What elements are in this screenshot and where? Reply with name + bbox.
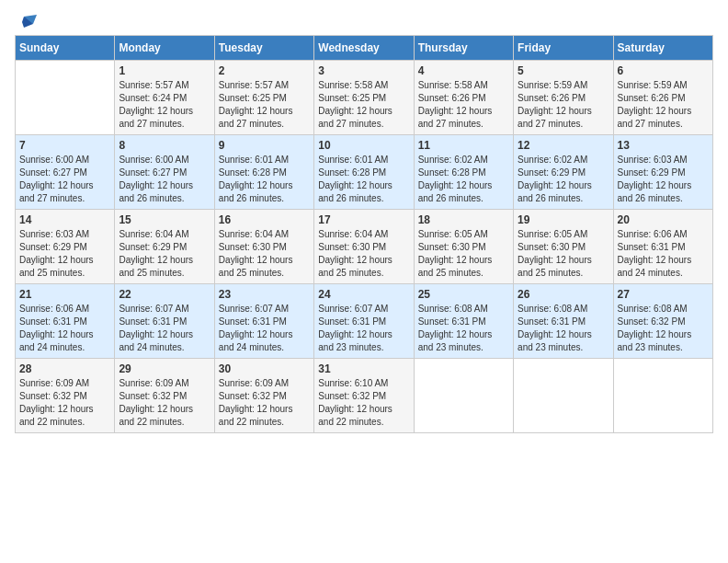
day-number: 29 <box>119 362 210 375</box>
calendar-day-cell: 5Sunrise: 5:59 AMSunset: 6:26 PMDaylight… <box>514 61 613 135</box>
day-number: 25 <box>418 288 509 301</box>
day-number: 31 <box>318 362 409 375</box>
day-number: 30 <box>219 362 310 375</box>
day-info: Sunrise: 6:06 AMSunset: 6:31 PMDaylight:… <box>618 228 709 280</box>
day-info: Sunrise: 5:57 AMSunset: 6:24 PMDaylight:… <box>119 79 210 131</box>
day-info: Sunrise: 6:02 AMSunset: 6:28 PMDaylight:… <box>418 154 509 205</box>
day-number: 2 <box>219 64 310 77</box>
calendar-day-cell: 14Sunrise: 6:03 AMSunset: 6:29 PMDayligh… <box>16 210 115 284</box>
calendar-day-cell: 9Sunrise: 6:01 AMSunset: 6:28 PMDaylight… <box>214 135 313 210</box>
day-number: 14 <box>19 213 110 226</box>
day-number: 16 <box>219 213 310 226</box>
day-number: 8 <box>119 139 210 152</box>
day-number: 27 <box>618 288 709 301</box>
day-number: 15 <box>119 213 210 226</box>
day-info: Sunrise: 6:09 AMSunset: 6:32 PMDaylight:… <box>19 377 110 429</box>
day-info: Sunrise: 6:04 AMSunset: 6:29 PMDaylight:… <box>119 228 210 280</box>
calendar-week-row: 28Sunrise: 6:09 AMSunset: 6:32 PMDayligh… <box>16 359 713 433</box>
day-info: Sunrise: 6:00 AMSunset: 6:27 PMDaylight:… <box>19 154 110 205</box>
weekday-header: Monday <box>115 36 214 61</box>
day-info: Sunrise: 6:08 AMSunset: 6:31 PMDaylight:… <box>518 303 609 354</box>
day-info: Sunrise: 5:59 AMSunset: 6:26 PMDaylight:… <box>618 79 709 131</box>
day-number: 17 <box>318 213 409 226</box>
calendar-day-cell: 6Sunrise: 5:59 AMSunset: 6:26 PMDaylight… <box>613 61 712 135</box>
calendar-day-cell: 8Sunrise: 6:00 AMSunset: 6:27 PMDaylight… <box>115 135 214 210</box>
day-number: 23 <box>219 288 310 301</box>
day-info: Sunrise: 6:05 AMSunset: 6:30 PMDaylight:… <box>518 228 609 280</box>
calendar-day-cell: 10Sunrise: 6:01 AMSunset: 6:28 PMDayligh… <box>314 135 414 210</box>
calendar-day-cell: 23Sunrise: 6:07 AMSunset: 6:31 PMDayligh… <box>214 284 313 359</box>
day-info: Sunrise: 5:59 AMSunset: 6:26 PMDaylight:… <box>518 79 609 131</box>
calendar-day-cell <box>16 61 115 135</box>
day-info: Sunrise: 6:01 AMSunset: 6:28 PMDaylight:… <box>219 154 310 205</box>
day-number: 3 <box>318 64 409 77</box>
logo-bird-icon <box>17 15 37 31</box>
header <box>15 15 713 28</box>
calendar-day-cell: 11Sunrise: 6:02 AMSunset: 6:28 PMDayligh… <box>414 135 513 210</box>
calendar-day-cell: 31Sunrise: 6:10 AMSunset: 6:32 PMDayligh… <box>314 359 414 433</box>
day-number: 24 <box>318 288 409 301</box>
day-info: Sunrise: 6:07 AMSunset: 6:31 PMDaylight:… <box>318 303 409 354</box>
day-number: 6 <box>618 64 709 77</box>
calendar-week-row: 7Sunrise: 6:00 AMSunset: 6:27 PMDaylight… <box>16 135 713 210</box>
weekday-header: Tuesday <box>214 36 313 61</box>
day-info: Sunrise: 6:03 AMSunset: 6:29 PMDaylight:… <box>618 154 709 205</box>
calendar-day-cell: 4Sunrise: 5:58 AMSunset: 6:26 PMDaylight… <box>414 61 513 135</box>
calendar-day-cell: 1Sunrise: 5:57 AMSunset: 6:24 PMDaylight… <box>115 61 214 135</box>
day-number: 10 <box>318 139 409 152</box>
calendar-week-row: 21Sunrise: 6:06 AMSunset: 6:31 PMDayligh… <box>16 284 713 359</box>
calendar-day-cell <box>414 359 513 433</box>
calendar-day-cell: 24Sunrise: 6:07 AMSunset: 6:31 PMDayligh… <box>314 284 414 359</box>
calendar-day-cell <box>613 359 712 433</box>
weekday-header: Sunday <box>16 36 115 61</box>
day-number: 26 <box>518 288 609 301</box>
calendar-day-cell: 19Sunrise: 6:05 AMSunset: 6:30 PMDayligh… <box>514 210 613 284</box>
calendar-day-cell: 18Sunrise: 6:05 AMSunset: 6:30 PMDayligh… <box>414 210 513 284</box>
day-info: Sunrise: 6:04 AMSunset: 6:30 PMDaylight:… <box>318 228 409 280</box>
calendar-day-cell: 16Sunrise: 6:04 AMSunset: 6:30 PMDayligh… <box>214 210 313 284</box>
day-info: Sunrise: 6:02 AMSunset: 6:29 PMDaylight:… <box>518 154 609 205</box>
day-info: Sunrise: 6:09 AMSunset: 6:32 PMDaylight:… <box>119 377 210 429</box>
day-info: Sunrise: 5:57 AMSunset: 6:25 PMDaylight:… <box>219 79 310 131</box>
calendar-day-cell: 29Sunrise: 6:09 AMSunset: 6:32 PMDayligh… <box>115 359 214 433</box>
weekday-header: Saturday <box>613 36 712 61</box>
day-info: Sunrise: 6:07 AMSunset: 6:31 PMDaylight:… <box>119 303 210 354</box>
day-info: Sunrise: 6:05 AMSunset: 6:30 PMDaylight:… <box>418 228 509 280</box>
day-info: Sunrise: 5:58 AMSunset: 6:25 PMDaylight:… <box>318 79 409 131</box>
calendar-day-cell: 22Sunrise: 6:07 AMSunset: 6:31 PMDayligh… <box>115 284 214 359</box>
day-number: 5 <box>518 64 609 77</box>
calendar-week-row: 1Sunrise: 5:57 AMSunset: 6:24 PMDaylight… <box>16 61 713 135</box>
day-number: 1 <box>119 64 210 77</box>
calendar-day-cell: 21Sunrise: 6:06 AMSunset: 6:31 PMDayligh… <box>16 284 115 359</box>
day-number: 11 <box>418 139 509 152</box>
day-number: 19 <box>518 213 609 226</box>
weekday-header: Wednesday <box>314 36 414 61</box>
calendar-day-cell: 20Sunrise: 6:06 AMSunset: 6:31 PMDayligh… <box>613 210 712 284</box>
calendar-day-cell: 17Sunrise: 6:04 AMSunset: 6:30 PMDayligh… <box>314 210 414 284</box>
day-info: Sunrise: 6:06 AMSunset: 6:31 PMDaylight:… <box>19 303 110 354</box>
day-info: Sunrise: 6:08 AMSunset: 6:31 PMDaylight:… <box>418 303 509 354</box>
calendar-week-row: 14Sunrise: 6:03 AMSunset: 6:29 PMDayligh… <box>16 210 713 284</box>
calendar-day-cell: 12Sunrise: 6:02 AMSunset: 6:29 PMDayligh… <box>514 135 613 210</box>
day-info: Sunrise: 6:08 AMSunset: 6:32 PMDaylight:… <box>618 303 709 354</box>
day-number: 9 <box>219 139 310 152</box>
day-number: 18 <box>418 213 509 226</box>
calendar-day-cell: 13Sunrise: 6:03 AMSunset: 6:29 PMDayligh… <box>613 135 712 210</box>
day-info: Sunrise: 6:03 AMSunset: 6:29 PMDaylight:… <box>19 228 110 280</box>
logo <box>15 15 37 28</box>
calendar-day-cell <box>514 359 613 433</box>
day-info: Sunrise: 6:01 AMSunset: 6:28 PMDaylight:… <box>318 154 409 205</box>
weekday-header: Friday <box>514 36 613 61</box>
day-info: Sunrise: 6:10 AMSunset: 6:32 PMDaylight:… <box>318 377 409 429</box>
day-info: Sunrise: 6:07 AMSunset: 6:31 PMDaylight:… <box>219 303 310 354</box>
calendar-day-cell: 3Sunrise: 5:58 AMSunset: 6:25 PMDaylight… <box>314 61 414 135</box>
calendar-day-cell: 7Sunrise: 6:00 AMSunset: 6:27 PMDaylight… <box>16 135 115 210</box>
day-number: 21 <box>19 288 110 301</box>
day-info: Sunrise: 6:04 AMSunset: 6:30 PMDaylight:… <box>219 228 310 280</box>
day-number: 22 <box>119 288 210 301</box>
weekday-header-row: SundayMondayTuesdayWednesdayThursdayFrid… <box>16 36 713 61</box>
calendar-day-cell: 25Sunrise: 6:08 AMSunset: 6:31 PMDayligh… <box>414 284 513 359</box>
calendar-day-cell: 15Sunrise: 6:04 AMSunset: 6:29 PMDayligh… <box>115 210 214 284</box>
day-number: 12 <box>518 139 609 152</box>
day-number: 4 <box>418 64 509 77</box>
